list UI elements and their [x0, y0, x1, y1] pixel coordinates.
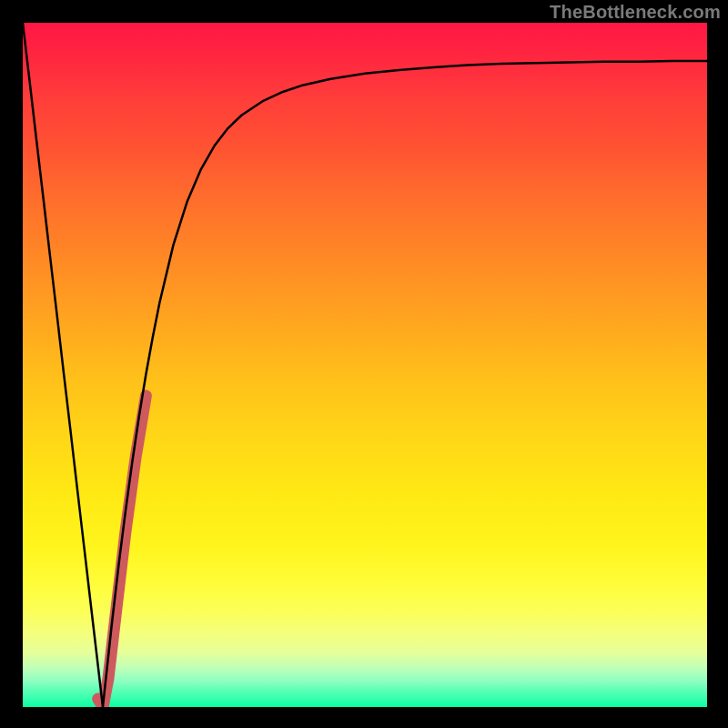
- chart-svg: [23, 23, 707, 707]
- bottleneck-curve-line: [23, 23, 707, 707]
- recommended-range-highlight: [98, 396, 147, 707]
- chart-container: TheBottleneck.com: [0, 0, 728, 728]
- plot-area: [23, 23, 707, 707]
- watermark-text: TheBottleneck.com: [550, 2, 721, 23]
